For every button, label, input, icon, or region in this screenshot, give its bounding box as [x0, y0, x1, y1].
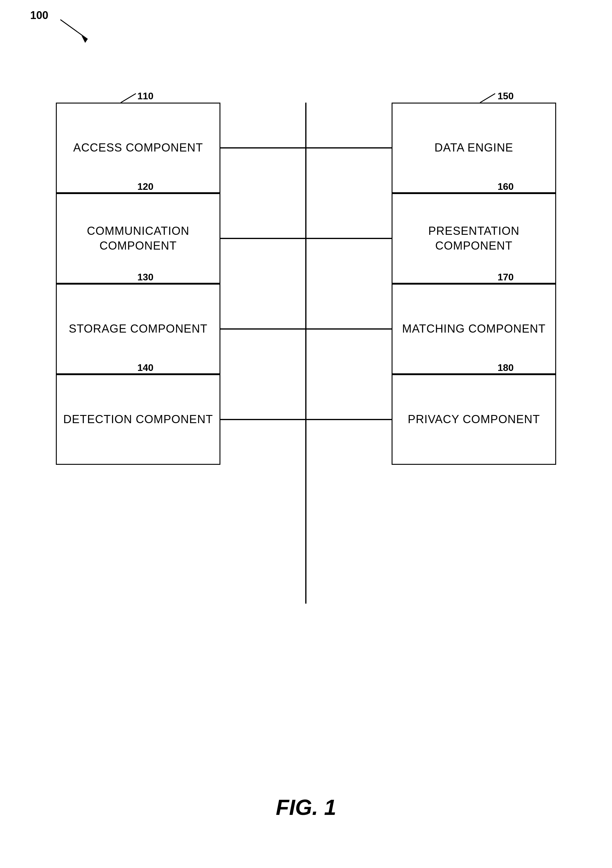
box-access-component: ACCESS COMPONENT [56, 102, 221, 193]
ref-160: 160 [497, 181, 514, 192]
ref-150: 150 [497, 90, 514, 102]
box-detection-component: DETECTION COMPONENT [56, 374, 221, 465]
label-presentation-component: PRESENTATION COMPONENT [393, 224, 555, 254]
ref-120: 120 [137, 181, 153, 192]
box-storage-component: STORAGE COMPONENT [56, 284, 221, 374]
svg-line-15 [480, 93, 495, 102]
ref-180: 180 [497, 362, 514, 374]
label-storage-component: STORAGE COMPONENT [69, 321, 208, 336]
box-matching-component: MATCHING COMPONENT [391, 284, 556, 374]
figure-label: FIG. 1 [276, 795, 336, 820]
box-communication-component: COMMUNICATION COMPONENT [56, 193, 221, 284]
label-communication-component: COMMUNICATION COMPONENT [57, 224, 219, 254]
label-matching-component: MATCHING COMPONENT [402, 321, 545, 336]
main-ref-label: 100 [30, 9, 48, 22]
ref-110: 110 [137, 90, 153, 102]
svg-line-11 [121, 93, 136, 102]
ref-140: 140 [137, 362, 153, 374]
label-access-component: ACCESS COMPONENT [73, 140, 203, 155]
label-detection-component: DETECTION COMPONENT [63, 412, 213, 427]
box-presentation-component: PRESENTATION COMPONENT [391, 193, 556, 284]
label-privacy-component: PRIVACY COMPONENT [408, 412, 540, 427]
svg-line-0 [61, 20, 87, 39]
ref-130: 130 [137, 271, 153, 283]
label-data-engine: DATA ENGINE [435, 140, 513, 155]
box-data-engine: DATA ENGINE [391, 102, 556, 193]
svg-marker-1 [82, 36, 87, 43]
diagram-container: 100 [0, 0, 612, 868]
ref-170: 170 [497, 271, 514, 283]
box-privacy-component: PRIVACY COMPONENT [391, 374, 556, 465]
